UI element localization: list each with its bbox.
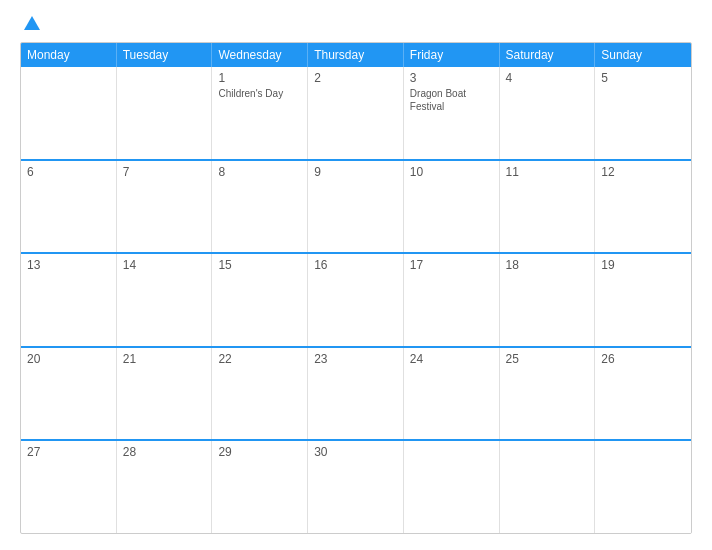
cal-cell <box>404 441 500 533</box>
day-number: 10 <box>410 165 493 179</box>
day-number: 20 <box>27 352 110 366</box>
header-day-saturday: Saturday <box>500 43 596 67</box>
day-number: 27 <box>27 445 110 459</box>
cal-cell <box>595 441 691 533</box>
cal-cell: 24 <box>404 348 500 440</box>
day-number: 25 <box>506 352 589 366</box>
logo <box>20 16 40 32</box>
cal-cell: 30 <box>308 441 404 533</box>
cal-cell: 11 <box>500 161 596 253</box>
week-row-1: 1Children's Day23Dragon Boat Festival45 <box>21 67 691 159</box>
cal-cell: 8 <box>212 161 308 253</box>
day-number: 22 <box>218 352 301 366</box>
event-label: Children's Day <box>218 87 301 100</box>
header-day-sunday: Sunday <box>595 43 691 67</box>
cal-cell: 26 <box>595 348 691 440</box>
day-number: 11 <box>506 165 589 179</box>
day-number: 5 <box>601 71 685 85</box>
day-number: 9 <box>314 165 397 179</box>
header-day-tuesday: Tuesday <box>117 43 213 67</box>
cal-cell: 29 <box>212 441 308 533</box>
cal-cell: 7 <box>117 161 213 253</box>
day-number: 23 <box>314 352 397 366</box>
cal-cell: 12 <box>595 161 691 253</box>
event-label: Dragon Boat Festival <box>410 87 493 113</box>
cal-cell: 20 <box>21 348 117 440</box>
cal-cell: 18 <box>500 254 596 346</box>
cal-cell: 14 <box>117 254 213 346</box>
week-row-4: 20212223242526 <box>21 346 691 440</box>
logo-triangle-icon <box>24 16 40 30</box>
week-row-5: 27282930 <box>21 439 691 533</box>
cal-cell: 6 <box>21 161 117 253</box>
cal-cell <box>21 67 117 159</box>
day-number: 24 <box>410 352 493 366</box>
cal-cell: 13 <box>21 254 117 346</box>
day-number: 17 <box>410 258 493 272</box>
day-number: 18 <box>506 258 589 272</box>
day-number: 8 <box>218 165 301 179</box>
header-day-monday: Monday <box>21 43 117 67</box>
day-number: 4 <box>506 71 589 85</box>
header-day-wednesday: Wednesday <box>212 43 308 67</box>
day-number: 29 <box>218 445 301 459</box>
day-number: 28 <box>123 445 206 459</box>
week-row-3: 13141516171819 <box>21 252 691 346</box>
cal-cell: 28 <box>117 441 213 533</box>
day-number: 21 <box>123 352 206 366</box>
cal-cell: 2 <box>308 67 404 159</box>
cal-cell: 25 <box>500 348 596 440</box>
day-number: 26 <box>601 352 685 366</box>
header-day-friday: Friday <box>404 43 500 67</box>
week-row-2: 6789101112 <box>21 159 691 253</box>
calendar-body: 1Children's Day23Dragon Boat Festival456… <box>21 67 691 533</box>
header-day-thursday: Thursday <box>308 43 404 67</box>
cal-cell: 1Children's Day <box>212 67 308 159</box>
day-number: 19 <box>601 258 685 272</box>
cal-cell: 15 <box>212 254 308 346</box>
day-number: 15 <box>218 258 301 272</box>
cal-cell: 17 <box>404 254 500 346</box>
day-number: 3 <box>410 71 493 85</box>
day-number: 30 <box>314 445 397 459</box>
day-number: 7 <box>123 165 206 179</box>
cal-cell: 5 <box>595 67 691 159</box>
cal-cell: 19 <box>595 254 691 346</box>
cal-cell: 9 <box>308 161 404 253</box>
day-number: 16 <box>314 258 397 272</box>
day-number: 1 <box>218 71 301 85</box>
cal-cell <box>500 441 596 533</box>
calendar-header: MondayTuesdayWednesdayThursdayFridaySatu… <box>21 43 691 67</box>
day-number: 12 <box>601 165 685 179</box>
cal-cell: 21 <box>117 348 213 440</box>
cal-cell: 23 <box>308 348 404 440</box>
day-number: 6 <box>27 165 110 179</box>
cal-cell: 10 <box>404 161 500 253</box>
day-number: 2 <box>314 71 397 85</box>
calendar: MondayTuesdayWednesdayThursdayFridaySatu… <box>20 42 692 534</box>
cal-cell: 4 <box>500 67 596 159</box>
cal-cell: 16 <box>308 254 404 346</box>
page: MondayTuesdayWednesdayThursdayFridaySatu… <box>0 0 712 550</box>
cal-cell: 3Dragon Boat Festival <box>404 67 500 159</box>
header <box>20 16 692 32</box>
cal-cell: 22 <box>212 348 308 440</box>
cal-cell <box>117 67 213 159</box>
day-number: 14 <box>123 258 206 272</box>
cal-cell: 27 <box>21 441 117 533</box>
day-number: 13 <box>27 258 110 272</box>
